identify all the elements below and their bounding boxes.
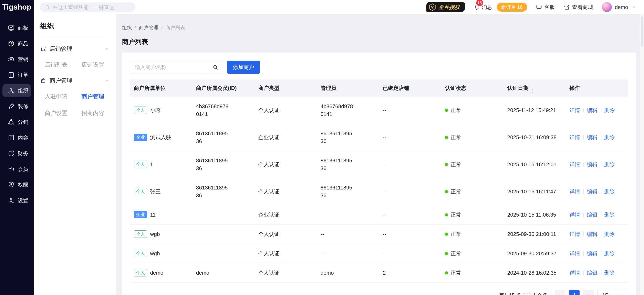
sidebar-item-label: 内容 <box>18 134 28 141</box>
member-id <box>192 205 254 225</box>
sidebar-item-organization[interactable]: 组织 <box>2 84 31 97</box>
edit-link[interactable]: 编辑 <box>587 161 598 167</box>
content-icon <box>8 134 15 141</box>
submenu-link[interactable]: 商户设置 <box>45 109 81 117</box>
sidebar-item-orders[interactable]: 订单 <box>2 68 31 81</box>
merchant-type-badge: 个人 <box>134 230 147 238</box>
add-merchant-button[interactable]: 添加商户 <box>227 61 260 74</box>
user-menu[interactable]: demo <box>602 2 636 12</box>
status-dot-icon <box>445 252 448 255</box>
delete-link[interactable]: 删除 <box>604 161 615 167</box>
admin: -- <box>317 225 379 244</box>
global-search[interactable] <box>40 2 136 12</box>
detail-link[interactable]: 详情 <box>570 107 580 113</box>
sidebar-item-settings[interactable]: 设置 <box>2 194 31 207</box>
chevron-left-icon <box>557 293 563 295</box>
merchant-name: demo <box>150 270 163 276</box>
edit-link[interactable]: 编辑 <box>587 212 598 218</box>
scrollbar-thumb[interactable] <box>641 16 644 47</box>
status-dot-icon <box>445 136 448 139</box>
detail-link[interactable]: 详情 <box>570 270 580 276</box>
bound-shops: -- <box>379 244 441 263</box>
delete-link[interactable]: 删除 <box>604 134 615 140</box>
submenu-link[interactable]: 店铺列表 <box>45 61 81 69</box>
sidebar-item-decoration[interactable]: 装修 <box>2 100 31 113</box>
sidebar-item-label: 订单 <box>18 71 28 79</box>
column-header[interactable]: 认证日期 <box>504 79 566 97</box>
sidebar-item-dashboard[interactable]: 面板 <box>2 21 31 34</box>
status-dot-icon <box>445 233 448 236</box>
detail-link[interactable]: 详情 <box>570 161 580 167</box>
detail-link[interactable]: 详情 <box>570 231 580 237</box>
table-row: 个人demodemo个人认证demo2正常2024-10-28 16:02:35… <box>130 263 628 283</box>
global-search-input[interactable] <box>53 4 131 10</box>
merchant-search-button[interactable] <box>208 61 222 73</box>
submenu-link[interactable]: 店铺设置 <box>81 61 110 69</box>
delete-link[interactable]: 删除 <box>604 107 615 113</box>
enterprise-license-badge[interactable]: 企业授权 <box>426 2 465 12</box>
submenu-link[interactable]: 入驻申请 <box>45 93 81 100</box>
member-id: 86136111895 36 <box>192 151 254 178</box>
table-row: 个人张三86136111895 36个人认证86136111895 36--正常… <box>130 178 628 205</box>
marketing-icon <box>8 56 15 63</box>
cert-type: 个人认证 <box>255 244 317 263</box>
detail-link[interactable]: 详情 <box>570 188 580 195</box>
edit-link[interactable]: 编辑 <box>587 107 598 113</box>
delete-link[interactable]: 删除 <box>604 188 615 195</box>
sidebar-item-goods[interactable]: 商品 <box>2 37 31 50</box>
prev-page-button[interactable] <box>555 290 565 295</box>
detail-link[interactable]: 详情 <box>570 134 580 140</box>
sidebar-item-finance[interactable]: 财务 <box>2 147 31 160</box>
merchant-table-body: 个人小蒋4b36768d978 0141个人认证4b36768d978 0141… <box>130 97 628 283</box>
order-icon <box>8 71 15 78</box>
page-size-select[interactable]: 15 <box>598 289 628 295</box>
edit-link[interactable]: 编辑 <box>587 270 598 276</box>
page-number-button[interactable]: 1 <box>569 290 580 295</box>
edit-link[interactable]: 编辑 <box>587 134 598 140</box>
edit-link[interactable]: 编辑 <box>587 231 598 237</box>
submenu-link[interactable]: 商户管理 <box>81 93 110 100</box>
status-dot-icon <box>445 109 448 112</box>
status-text: 正常 <box>450 133 461 141</box>
sidebar-item-distribution[interactable]: 分销 <box>2 115 31 129</box>
next-page-button[interactable] <box>583 290 594 295</box>
bound-shops: 2 <box>379 263 441 283</box>
customer-service-button[interactable]: 客服 <box>536 4 555 11</box>
chevron-down-icon <box>631 5 636 9</box>
sidebar-item-marketing[interactable]: 营销 <box>2 53 31 66</box>
sidebar-item-members[interactable]: 会员 <box>2 163 31 176</box>
delete-link[interactable]: 删除 <box>604 231 615 237</box>
delete-link[interactable]: 删除 <box>604 270 615 276</box>
merchant-table-head: 商户所属单位商户所属会员(ID)商户类型管理员已绑定店铺认证状态认证日期操作 <box>130 79 628 97</box>
breadcrumb-item[interactable]: 组织 <box>122 24 132 31</box>
merchant-type-badge: 企业 <box>134 134 147 141</box>
merchant-name: 小蒋 <box>150 107 161 113</box>
delete-link[interactable]: 删除 <box>604 250 615 257</box>
action-separator <box>601 135 601 140</box>
detail-link[interactable]: 详情 <box>570 212 580 218</box>
edit-link[interactable]: 编辑 <box>587 188 598 195</box>
sidebar-item-permissions[interactable]: 权限 <box>2 178 31 191</box>
page-size-value: 15 <box>602 292 608 295</box>
submenu-group-merchant-manage[interactable]: 商户管理 <box>40 77 110 84</box>
detail-link[interactable]: 详情 <box>570 250 580 257</box>
messages-button[interactable]: 13 消息 <box>474 4 492 11</box>
sidebar-item-content[interactable]: 内容 <box>2 131 31 144</box>
breadcrumb-item[interactable]: 商户管理 <box>139 24 158 31</box>
delete-link[interactable]: 删除 <box>604 212 615 218</box>
group-links: 店铺列表店铺设置 <box>45 61 110 69</box>
view-mall-button[interactable]: 查看商城 <box>564 4 593 11</box>
submenu-link[interactable]: 招商内容 <box>81 109 110 117</box>
sidebar-item-label: 装修 <box>18 103 28 110</box>
merchant-search-input[interactable] <box>130 64 208 70</box>
page-scrollbar[interactable] <box>640 14 644 295</box>
dashboard-icon <box>8 24 15 31</box>
new-order-badge[interactable]: 新订单 16 <box>497 3 527 11</box>
sort-icon[interactable] <box>530 86 535 91</box>
submenu-group-store-manage[interactable]: 店铺管理 <box>40 45 110 53</box>
member-id: 86136111895 36 <box>192 124 254 151</box>
toolbar: 添加商户 <box>130 61 628 74</box>
admin: 86136111895 36 <box>317 178 379 205</box>
edit-link[interactable]: 编辑 <box>587 250 598 257</box>
app-logo: Tigshop <box>0 0 34 14</box>
